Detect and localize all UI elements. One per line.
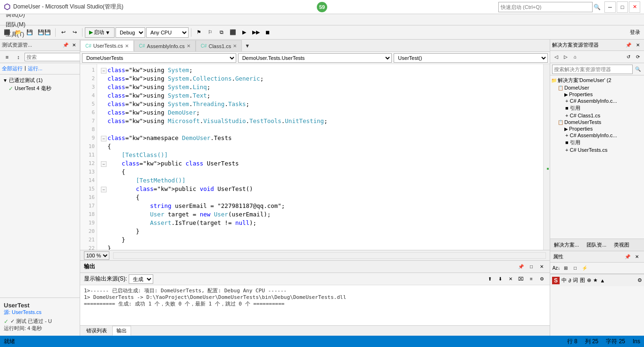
prop-pin-button[interactable]: 📌 — [623, 253, 632, 261]
output-toolbar-btn3[interactable]: ✕ — [506, 275, 515, 283]
close-panel-button[interactable]: ✕ — [70, 41, 78, 49]
quick-launch-input[interactable] — [498, 2, 593, 12]
save-all-button[interactable]: 💾💾 — [36, 27, 53, 38]
toolbar-extra5[interactable]: ▶ — [239, 27, 249, 38]
output-toolbar-btn1[interactable]: ⬆ — [486, 275, 494, 283]
tab-usertestscs[interactable]: C# UserTests.cs ✕ — [80, 40, 134, 51]
im-chinese[interactable]: 中 — [561, 277, 567, 284]
solution-tree-item[interactable]: ▶Properties — [551, 125, 643, 132]
new-project-button[interactable]: ⬛ — [2, 27, 12, 38]
solution-tree-item[interactable]: ▶Properties — [551, 91, 643, 98]
tab-assemblyinfocs[interactable]: C# AssemblyInfo.cs ✕ — [134, 40, 196, 51]
run-link[interactable]: 运行... — [28, 65, 42, 72]
solution-close-button[interactable]: ✕ — [634, 41, 642, 50]
solution-sync-button[interactable]: ⟳ — [634, 53, 642, 61]
quick-launch-search[interactable]: 🔍 — [498, 2, 601, 12]
tab-close-icon[interactable]: ✕ — [125, 43, 129, 49]
solution-pin-button[interactable]: 📌 — [624, 41, 633, 50]
toolbar-extra6[interactable]: ▶▶ — [250, 27, 262, 38]
close-button[interactable]: ✕ — [629, 1, 640, 13]
prop-close-button[interactable]: ✕ — [633, 253, 641, 261]
toolbar-extra3[interactable]: ⧉ — [216, 27, 227, 38]
code-editor[interactable]: 12345678910111213141516171819202122 −cla… — [80, 64, 550, 250]
solution-tree-item[interactable]: + C# AssemblyInfo.c... — [551, 98, 643, 104]
collapse-btn[interactable]: − — [101, 68, 107, 74]
solution-tree-item[interactable]: 📁解决方案'DomeUser' (2 — [551, 76, 643, 84]
zoom-select[interactable]: 100 % — [84, 251, 109, 260]
im-item5[interactable]: ★ — [593, 277, 598, 283]
im-item3[interactable]: 图 — [580, 277, 585, 284]
prop-view-button[interactable]: □ — [571, 264, 579, 273]
solution-tree-item[interactable]: + C# AssemblyInfo.c... — [551, 132, 643, 139]
minimize-button[interactable]: ─ — [604, 1, 616, 13]
tab-close-icon[interactable]: ✕ — [233, 43, 237, 49]
solution-tree-item[interactable]: + C# UserTests.cs — [551, 147, 643, 153]
test-item-usertest[interactable]: ✓ UserTest 4 毫秒 — [2, 84, 78, 92]
solution-home-button[interactable]: ⌂ — [571, 53, 579, 61]
output-toolbar-btn6[interactable]: ⚙ — [537, 275, 546, 283]
output-tab-输出[interactable]: 输出 — [112, 326, 131, 336]
output-maximize-button[interactable]: □ — [527, 263, 536, 271]
output-toolbar-btn2[interactable]: ⬇ — [496, 275, 504, 283]
tab-overflow-button[interactable]: ▼ — [242, 40, 253, 51]
solution-back-button[interactable]: ◁ — [552, 53, 561, 61]
solution-bottom-tab-解决方案[interactable]: 解决方案... — [550, 240, 583, 249]
output-toolbar-btn4[interactable]: ⌧ — [517, 275, 525, 283]
debug-config-dropdown[interactable]: Debug — [116, 27, 145, 38]
open-button[interactable]: 📂 — [13, 27, 24, 38]
test-source-link[interactable]: 源: UserTests.cs — [4, 309, 76, 316]
run-all-link[interactable]: 全部运行 — [2, 65, 23, 72]
solution-refresh-button[interactable]: ↺ — [624, 53, 633, 61]
toolbar-extra2[interactable]: ⚐ — [205, 27, 215, 38]
prop-sort-cat-button[interactable]: ⊞ — [561, 264, 570, 273]
im-item2[interactable]: 词 — [573, 277, 578, 284]
notification-badge[interactable]: 59 — [317, 2, 327, 12]
undo-button[interactable]: ↩ — [58, 27, 68, 38]
toolbar-extra1[interactable]: ⚑ — [194, 27, 204, 38]
collapse-btn[interactable]: − — [101, 187, 107, 192]
im-item1[interactable]: ∂ — [569, 278, 571, 283]
te-list-view-button[interactable]: ≡ — [2, 52, 12, 62]
solution-tree-item[interactable]: ■ 引用 — [551, 104, 643, 112]
solution-search-input[interactable] — [552, 65, 633, 74]
login-button[interactable]: 登录 — [628, 27, 642, 38]
solution-tree-item[interactable]: 📋DomeUser — [551, 84, 643, 91]
output-tab-错误列表[interactable]: 错误列表 — [82, 326, 111, 336]
toolbar-extra7[interactable]: ◼ — [263, 27, 273, 38]
class-dropdown[interactable]: DomeUserTests — [82, 53, 236, 63]
prop-events-button[interactable]: ⚡ — [580, 264, 589, 273]
solution-tree-item[interactable]: 📋DomeUserTests — [551, 119, 643, 125]
cpu-config-dropdown[interactable]: Any CPU — [146, 27, 189, 38]
code-content[interactable]: −class="kw">using System;class="kw">usin… — [97, 64, 543, 250]
maximize-button[interactable]: □ — [617, 1, 628, 13]
test-search-input[interactable] — [25, 53, 80, 61]
code-line-13: { — [101, 168, 539, 176]
solution-bottom-tab-团队资[interactable]: 团队资... — [583, 240, 610, 249]
save-button[interactable]: 💾 — [25, 27, 35, 38]
collapse-btn[interactable]: − — [101, 161, 107, 167]
tab-class1cs[interactable]: C# Class1.cs ✕ — [196, 40, 242, 51]
redo-button[interactable]: ↪ — [69, 27, 80, 38]
toolbar-extra4[interactable]: ⬛ — [228, 27, 238, 38]
solution-search-button[interactable]: 🔍 — [634, 65, 642, 74]
te-sort-button[interactable]: ↕ — [13, 52, 24, 62]
im-item4[interactable]: ⊕ — [587, 277, 591, 283]
solution-tree-item[interactable]: ■ 引用 — [551, 139, 643, 147]
output-source-dropdown[interactable]: 生成 — [129, 274, 153, 284]
tab-close-icon[interactable]: ✕ — [187, 43, 190, 49]
solution-forward-button[interactable]: ▷ — [561, 53, 570, 61]
method-dropdown[interactable]: DemoUser.Tests.UserTests — [238, 53, 392, 63]
solution-tree-item[interactable]: + C# Class1.cs — [551, 112, 643, 119]
member-dropdown[interactable]: UserTest() — [394, 53, 548, 63]
collapse-btn[interactable]: − — [101, 136, 107, 141]
output-toolbar-btn5[interactable]: ≡ — [527, 275, 536, 283]
test-passed-group[interactable]: ▼ 已通过测试 (1) — [2, 76, 78, 84]
start-debug-button[interactable]: ▶ 启动 ▼ — [85, 27, 115, 38]
pin-button[interactable]: 📌 — [62, 41, 69, 49]
output-close-button[interactable]: ✕ — [537, 263, 546, 271]
im-item6[interactable]: ▲ — [600, 278, 605, 283]
im-settings[interactable]: ⚙ — [637, 277, 642, 283]
solution-bottom-tab-类视图[interactable]: 类视图 — [610, 240, 633, 249]
prop-sort-alpha-button[interactable]: Az↓ — [552, 264, 561, 273]
output-pin-button[interactable]: 📌 — [517, 263, 525, 271]
